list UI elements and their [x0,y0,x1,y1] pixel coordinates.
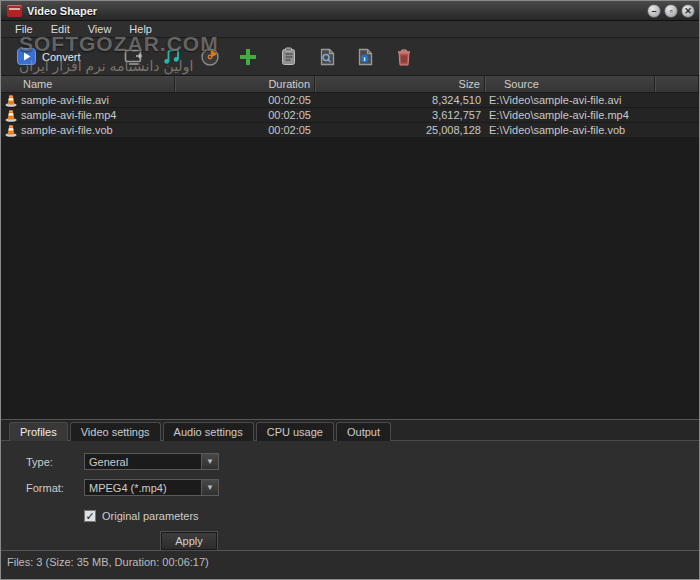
file-name: sample-avi-file.vob [21,124,113,136]
file-duration: 00:02:05 [176,94,316,106]
file-name: sample-avi-file.mp4 [21,109,116,121]
column-header-filler [656,76,699,92]
file-size: 25,008,128 [316,124,486,136]
vlc-cone-icon [5,94,17,107]
status-bar: Files: 3 (Size: 35 MB, Duration: 00:06:1… [1,550,699,572]
table-row[interactable]: sample-avi-file.avi 00:02:05 8,324,510 E… [1,93,699,108]
file-info-icon[interactable]: i [355,46,377,68]
delete-icon[interactable] [393,46,415,68]
original-parameters-label: Original parameters [102,510,199,522]
vlc-cone-icon [5,124,17,137]
type-selected-value: General [85,454,201,469]
menu-edit[interactable]: Edit [43,22,78,36]
convert-button[interactable]: Convert [15,46,81,68]
file-source: E:\Video\sample-avi-file.vob [486,124,656,136]
apply-button[interactable]: Apply [161,532,217,550]
minimize-button[interactable]: – [647,4,661,18]
column-header-name[interactable]: Name [1,76,176,92]
file-list: sample-avi-file.avi 00:02:05 8,324,510 E… [1,93,699,419]
close-button[interactable]: ✕ [681,4,695,18]
column-header-size[interactable]: Size [316,76,486,92]
status-text: Files: 3 (Size: 35 MB, Duration: 00:06:1… [7,556,209,568]
original-parameters-option[interactable]: ✓ Original parameters [84,510,699,522]
format-select[interactable]: MPEG4 (*.mp4) ▼ [84,479,219,496]
file-duration: 00:02:05 [176,109,316,121]
file-size: 8,324,510 [316,94,486,106]
file-source: E:\Video\sample-avi-file.avi [486,94,656,106]
file-size: 3,612,757 [316,109,486,121]
convert-icon [15,46,37,68]
menu-bar: File Edit View Help [1,21,699,38]
format-selected-value: MPEG4 (*.mp4) [85,480,201,495]
convert-label: Convert [42,51,81,63]
maximize-button[interactable]: ▫ [664,4,678,18]
chevron-down-icon[interactable]: ▼ [201,480,218,495]
menu-file[interactable]: File [7,22,41,36]
format-label: Format: [26,482,84,494]
column-header-duration[interactable]: Duration [176,76,316,92]
tab-cpu-usage[interactable]: CPU usage [256,422,334,441]
audio-notes-icon[interactable] [161,46,183,68]
title-bar: Video Shaper – ▫ ✕ [1,1,699,21]
tab-video-settings[interactable]: Video settings [70,422,161,441]
add-file-icon[interactable] [237,46,259,68]
chevron-down-icon[interactable]: ▼ [201,454,218,469]
preview-screen-icon[interactable] [123,46,145,68]
menu-view[interactable]: View [80,22,120,36]
disc-icon[interactable] [199,46,221,68]
file-name: sample-avi-file.avi [21,94,109,106]
table-row[interactable]: sample-avi-file.mp4 00:02:05 3,612,757 E… [1,108,699,123]
app-window: Video Shaper – ▫ ✕ File Edit View Help C… [0,0,700,580]
file-source: E:\Video\sample-avi-file.mp4 [486,109,656,121]
tab-bar: Profiles Video settings Audio settings C… [1,420,699,440]
tab-audio-settings[interactable]: Audio settings [163,422,254,441]
app-icon [7,5,22,17]
type-select[interactable]: General ▼ [84,453,219,470]
profiles-panel: Type: General ▼ Format: MPEG4 (*.mp4) ▼ … [1,440,699,550]
svg-text:i: i [364,55,366,63]
menu-help[interactable]: Help [121,22,160,36]
original-parameters-checkbox[interactable]: ✓ [84,510,96,522]
file-list-header: Name Duration Size Source [1,76,699,93]
type-label: Type: [26,456,84,468]
bottom-panel: Profiles Video settings Audio settings C… [1,419,699,550]
column-header-source[interactable]: Source [486,76,656,92]
file-duration: 00:02:05 [176,124,316,136]
toolbar: Convert i SOFTGOZAR.COM اولین [1,38,699,76]
tab-profiles[interactable]: Profiles [9,422,68,441]
paste-icon[interactable] [279,46,301,68]
tab-output[interactable]: Output [336,422,391,441]
table-row[interactable]: sample-avi-file.vob 00:02:05 25,008,128 … [1,123,699,138]
window-title: Video Shaper [27,5,647,17]
vlc-cone-icon [5,109,17,122]
search-file-icon[interactable] [317,46,339,68]
